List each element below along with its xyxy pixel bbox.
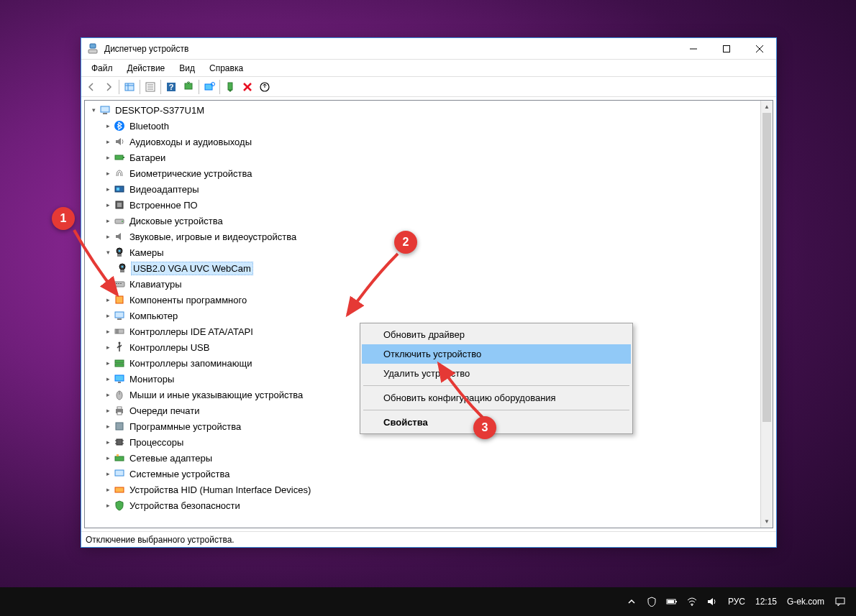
- chevron-down-icon[interactable]: ▾: [88, 106, 99, 114]
- tree-node-disk-drives[interactable]: ▸Дисковые устройства: [85, 213, 773, 229]
- chevron-right-icon[interactable]: ▸: [102, 154, 114, 161]
- help-button[interactable]: ?: [163, 78, 180, 96]
- chevron-right-icon[interactable]: ▸: [102, 423, 114, 430]
- chevron-right-icon[interactable]: ▸: [102, 391, 114, 398]
- chevron-right-icon[interactable]: ▸: [102, 201, 114, 208]
- callout-2: 2: [394, 231, 417, 254]
- chevron-right-icon[interactable]: ▸: [102, 312, 114, 319]
- chevron-right-icon[interactable]: ▸: [102, 407, 114, 414]
- display-adapter-icon: [114, 183, 125, 195]
- tree-node-firmware[interactable]: ▸Встроенное ПО: [85, 197, 773, 213]
- back-button[interactable]: [83, 78, 100, 96]
- tree-node-processors[interactable]: ▸Процессоры: [85, 434, 773, 450]
- ctx-properties[interactable]: Свойства: [362, 413, 631, 432]
- tray-wifi-icon[interactable]: [685, 594, 699, 609]
- svg-rect-70: [675, 601, 677, 602]
- ctx-uninstall-device[interactable]: Удалить устройство: [362, 364, 631, 383]
- tray-security-icon[interactable]: [645, 594, 659, 609]
- svg-rect-26: [123, 157, 124, 158]
- tray-notifications-icon[interactable]: [833, 594, 847, 609]
- tray-volume-icon[interactable]: [705, 594, 719, 609]
- mouse-icon: [114, 389, 125, 400]
- window-title: Диспетчер устройств: [104, 44, 677, 54]
- update-driver-button[interactable]: [180, 78, 197, 96]
- svg-rect-15: [185, 83, 192, 89]
- disable-device-button[interactable]: [239, 78, 256, 96]
- tree-node-computer[interactable]: ▸Компьютер: [85, 308, 773, 323]
- svg-rect-59: [116, 423, 123, 430]
- tree-node-sound-video-game[interactable]: ▸Звуковые, игровые и видеоустройства: [85, 229, 773, 244]
- chevron-right-icon[interactable]: ▸: [102, 470, 114, 477]
- show-hidden-button[interactable]: [121, 78, 138, 96]
- properties-button[interactable]: [142, 78, 159, 96]
- system-icon: [114, 468, 125, 479]
- scroll-up-button[interactable]: ▲: [761, 101, 773, 113]
- chevron-right-icon[interactable]: ▸: [102, 438, 114, 446]
- storage-icon: [114, 357, 125, 369]
- context-menu-separator: [363, 385, 629, 386]
- svg-rect-73: [836, 598, 844, 604]
- tray-chevron-icon[interactable]: [624, 594, 639, 609]
- chevron-right-icon[interactable]: ▸: [102, 122, 114, 129]
- ctx-update-driver[interactable]: Обновить драйвер: [362, 325, 631, 344]
- tree-node-usb-webcam[interactable]: USB2.0 VGA UVC WebCam: [85, 260, 773, 276]
- scroll-down-button[interactable]: ▼: [761, 515, 773, 528]
- svg-rect-44: [115, 312, 124, 318]
- ctx-disable-device[interactable]: Отключить устройство: [362, 344, 631, 364]
- enable-device-button[interactable]: [222, 78, 239, 96]
- tree-node-hid[interactable]: ▸Устройства HID (Human Interface Devices…: [85, 482, 773, 497]
- menu-action[interactable]: Действие: [120, 61, 173, 75]
- chevron-right-icon[interactable]: ▸: [102, 454, 114, 461]
- selected-device-label: USB2.0 VGA UVC WebCam: [131, 262, 253, 275]
- fingerprint-icon: [114, 167, 125, 179]
- chevron-right-icon[interactable]: ▸: [102, 502, 114, 509]
- tray-site: G-ek.com: [784, 597, 827, 607]
- tree-node-keyboards[interactable]: ▸Клавиатуры: [85, 276, 773, 292]
- hid-icon: [114, 484, 125, 495]
- close-button[interactable]: [743, 38, 776, 59]
- chevron-right-icon[interactable]: ▸: [102, 170, 114, 177]
- tree-node-batteries[interactable]: ▸Батареи: [85, 150, 773, 165]
- tray-battery-icon[interactable]: [665, 594, 679, 609]
- tree-node-display-adapters[interactable]: ▸Видеоадаптеры: [85, 181, 773, 197]
- menu-view[interactable]: Вид: [172, 61, 202, 75]
- svg-rect-3: [724, 45, 730, 52]
- network-icon: [114, 452, 125, 464]
- chevron-right-icon[interactable]: ▸: [102, 185, 114, 193]
- chevron-right-icon[interactable]: ▸: [102, 486, 114, 493]
- chevron-right-icon[interactable]: ▸: [102, 138, 114, 145]
- uninstall-device-button[interactable]: [256, 78, 273, 96]
- maximize-button[interactable]: [710, 38, 743, 59]
- chevron-right-icon[interactable]: ▸: [102, 344, 114, 351]
- tree-node-biometric[interactable]: ▸Биометрические устройства: [85, 165, 773, 181]
- tree-node-software-components[interactable]: ▸Компоненты программного: [85, 292, 773, 308]
- tree-node-audio-io[interactable]: ▸Аудиовходы и аудиовыходы: [85, 134, 773, 150]
- tree-node-cameras[interactable]: ▾Камеры: [85, 244, 773, 260]
- tree-root[interactable]: ▾ DESKTOP-S377U1M: [85, 102, 773, 118]
- ctx-scan-hardware[interactable]: Обновить конфигурацию оборудования: [362, 388, 631, 408]
- vertical-scrollbar[interactable]: ▲ ▼: [760, 101, 773, 528]
- svg-point-49: [119, 342, 121, 344]
- scan-hardware-button[interactable]: [201, 78, 218, 96]
- chevron-right-icon[interactable]: ▸: [102, 359, 114, 367]
- svg-rect-18: [228, 83, 232, 90]
- context-menu-separator: [363, 410, 629, 410]
- tray-language[interactable]: РУС: [725, 597, 748, 607]
- svg-rect-0: [90, 44, 96, 48]
- menu-help[interactable]: Справка: [202, 61, 250, 75]
- chevron-right-icon[interactable]: ▸: [102, 328, 114, 335]
- tray-time[interactable]: 12:15: [754, 597, 778, 607]
- svg-rect-68: [115, 487, 124, 492]
- minimize-button[interactable]: [677, 38, 710, 59]
- forward-button[interactable]: [100, 78, 117, 96]
- svg-rect-57: [117, 407, 122, 409]
- scroll-thumb[interactable]: [762, 113, 771, 422]
- chevron-right-icon[interactable]: ▸: [102, 375, 114, 382]
- security-icon: [114, 500, 125, 511]
- tree-node-system-devices[interactable]: ▸Системные устройства: [85, 466, 773, 482]
- tree-node-bluetooth[interactable]: ▸Bluetooth: [85, 118, 773, 134]
- menu-file[interactable]: Файл: [84, 61, 120, 75]
- tree-node-network-adapters[interactable]: ▸Сетевые адаптеры: [85, 450, 773, 466]
- tree-node-security-devices[interactable]: ▸Устройства безопасности: [85, 497, 773, 513]
- device-tree[interactable]: ▾ DESKTOP-S377U1M ▸Bluetooth ▸Аудиовходы…: [85, 101, 773, 528]
